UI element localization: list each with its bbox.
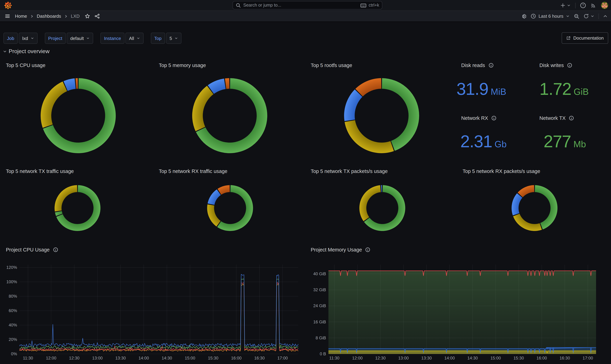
dashboard-nav: Home Dashboards LXD Last 6 hours <box>0 11 611 22</box>
svg-text:16:00: 16:00 <box>231 356 241 360</box>
filter-top-label: Top <box>151 33 165 44</box>
nav-divider <box>598 13 599 19</box>
external-link-icon <box>566 36 571 40</box>
net-rx-traffic-donut-chart[interactable] <box>206 184 254 232</box>
svg-text:13:30: 13:30 <box>115 356 126 360</box>
svg-text:15:30: 15:30 <box>514 356 524 360</box>
breadcrumb-dashboards[interactable]: Dashboards <box>37 13 61 19</box>
plus-icon <box>560 3 565 8</box>
chevron-right-icon <box>64 14 68 18</box>
svg-text:40%: 40% <box>9 323 17 327</box>
chevron-down-icon <box>136 37 140 40</box>
svg-text:120%: 120% <box>6 265 17 270</box>
refresh-button[interactable] <box>584 13 594 19</box>
refresh-icon <box>584 13 589 19</box>
breadcrumb: Home Dashboards LXD <box>15 13 100 19</box>
zoom-out-icon[interactable] <box>574 13 579 19</box>
svg-text:12:00: 12:00 <box>352 356 363 360</box>
panel-title-net-rx-packets[interactable]: Top 5 network RX packets/s usage <box>463 169 540 174</box>
gear-icon[interactable] <box>521 13 527 19</box>
panel-title-network-tx[interactable]: Network TX <box>539 115 574 121</box>
section-row-project-overview[interactable]: Project overview <box>3 48 50 54</box>
svg-text:12:30: 12:30 <box>69 356 80 360</box>
info-icon[interactable] <box>567 63 572 68</box>
stat-disk-reads: 31.9MiB <box>457 81 506 98</box>
svg-text:13:00: 13:00 <box>92 356 103 360</box>
search-placeholder: Search or jump to... <box>243 3 358 8</box>
panel-title-rootfs-donut[interactable]: Top 5 rootfs usage <box>311 63 352 68</box>
chevron-down-icon <box>174 37 178 40</box>
panel-title-net-rx-traffic[interactable]: Top 5 network RX traffic usage <box>159 169 227 174</box>
time-series-charts[interactable]: 0%20%40%60%80%100%120%11:3012:0012:3013:… <box>0 243 611 364</box>
svg-text:16 GiB: 16 GiB <box>313 320 326 324</box>
svg-text:13:30: 13:30 <box>421 356 432 360</box>
add-button[interactable] <box>560 3 571 8</box>
filter-job-value[interactable]: lxd <box>19 33 37 44</box>
search-shortcut: ctrl+k <box>369 3 379 8</box>
svg-text:12:30: 12:30 <box>375 356 385 360</box>
rootfs-usage-donut-chart[interactable] <box>344 78 419 153</box>
svg-text:16:00: 16:00 <box>536 356 547 360</box>
svg-text:80%: 80% <box>9 294 17 299</box>
cpu-usage-donut-chart[interactable] <box>41 78 116 153</box>
net-tx-packets-donut-chart[interactable] <box>359 184 406 232</box>
svg-text:24 GiB: 24 GiB <box>313 303 326 308</box>
stat-disk-writes: 1.72GiB <box>536 81 592 98</box>
svg-text:40 GiB: 40 GiB <box>313 272 326 276</box>
breadcrumb-home[interactable]: Home <box>15 13 27 19</box>
panel-title-cpu-donut[interactable]: Top 5 CPU usage <box>6 63 45 68</box>
info-icon[interactable] <box>491 116 496 120</box>
svg-text:32 GiB: 32 GiB <box>313 287 326 292</box>
documentation-button[interactable]: Documentation <box>561 32 608 44</box>
svg-text:14:00: 14:00 <box>138 356 149 360</box>
search-input[interactable]: Search or jump to... ctrl+k <box>233 1 382 9</box>
nav-divider <box>575 3 576 8</box>
svg-text:12:00: 12:00 <box>46 356 56 360</box>
panel-title-network-rx[interactable]: Network RX <box>461 115 496 121</box>
keyboard-icon <box>360 3 366 8</box>
svg-text:15:00: 15:00 <box>491 356 501 360</box>
chevron-down-icon <box>30 37 34 40</box>
help-icon[interactable]: ? <box>580 2 586 8</box>
svg-text:14:30: 14:30 <box>162 356 172 360</box>
filter-top-value[interactable]: 5 <box>166 33 181 44</box>
chevron-down-icon <box>590 14 594 18</box>
share-icon[interactable] <box>94 13 100 19</box>
svg-text:11:30: 11:30 <box>329 356 339 360</box>
svg-text:100%: 100% <box>6 279 17 284</box>
panel-title-net-tx-traffic[interactable]: Top 5 network TX traffic usage <box>6 169 74 174</box>
menu-icon[interactable] <box>5 13 10 19</box>
news-icon[interactable] <box>590 2 597 8</box>
svg-text:17:00: 17:00 <box>583 356 593 360</box>
variable-bar: Job lxd Project default Instance All Top… <box>0 32 611 44</box>
svg-text:60%: 60% <box>9 308 17 313</box>
panel-title-disk-writes[interactable]: Disk writes <box>539 63 572 68</box>
avatar[interactable] <box>601 2 608 9</box>
net-rx-packets-donut-chart[interactable] <box>511 184 558 232</box>
chevron-right-icon <box>30 14 34 18</box>
breadcrumb-current: LXD <box>71 13 80 19</box>
top-nav: Search or jump to... ctrl+k ? <box>0 0 611 11</box>
svg-text:8 GiB: 8 GiB <box>316 336 326 340</box>
info-icon[interactable] <box>569 116 574 120</box>
search-icon <box>236 3 241 8</box>
svg-text:15:30: 15:30 <box>208 356 218 360</box>
section-title: Project overview <box>9 48 50 54</box>
svg-text:14:00: 14:00 <box>444 356 455 360</box>
panel-title-disk-reads[interactable]: Disk reads <box>461 63 493 68</box>
filter-instance-value[interactable]: All <box>126 33 144 44</box>
net-tx-traffic-donut-chart[interactable] <box>54 184 101 232</box>
svg-text:0 B: 0 B <box>320 351 326 356</box>
filter-project-value[interactable]: default <box>67 33 93 44</box>
chevron-up-icon[interactable] <box>603 14 608 18</box>
memory-usage-donut-chart[interactable] <box>192 78 267 153</box>
svg-text:11:30: 11:30 <box>23 356 33 360</box>
time-range-label: Last 6 hours <box>539 13 563 19</box>
star-icon[interactable] <box>85 13 90 19</box>
panel-title-memory-donut[interactable]: Top 5 memory usage <box>159 63 206 68</box>
grafana-logo-icon[interactable] <box>4 1 12 9</box>
filter-project-label: Project <box>45 33 66 44</box>
info-icon[interactable] <box>489 63 493 68</box>
panel-title-net-tx-packets[interactable]: Top 5 network TX packets/s usage <box>311 169 388 174</box>
time-range-picker[interactable]: Last 6 hours <box>531 13 570 19</box>
